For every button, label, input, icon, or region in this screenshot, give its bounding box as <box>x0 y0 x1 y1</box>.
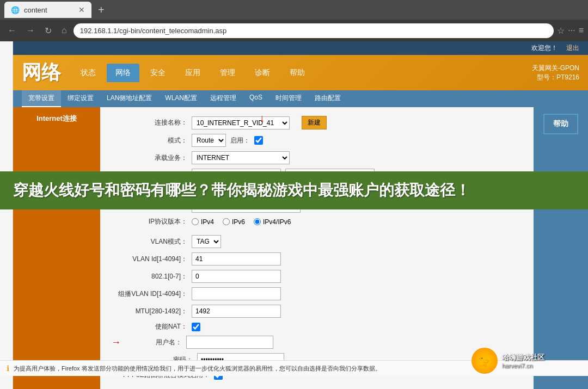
mode-select[interactable]: Route <box>192 134 226 147</box>
overlay-banner-text: 穿越火线好号和密码有哪些？带你揭秘游戏中最强账户的获取途径！ <box>13 180 575 201</box>
nat-label: 使能NAT： <box>111 322 187 331</box>
router-top-bar: 欢迎您！ 退出 <box>13 41 588 55</box>
left-panel: Internet连接 <box>13 107 100 389</box>
mode-row: 模式： Route 启用： <box>111 134 523 147</box>
arrow-annotation-2: → <box>111 337 121 348</box>
firefox-info-icon: ℹ <box>7 364 9 373</box>
model-label: 型号：PT9216 <box>532 73 579 82</box>
watermark: 🐤 哈嗨游戏社区 harvevi7.cn <box>471 348 544 374</box>
firefox-bar-text: 为提高用户体验，Firefox 将发送部分功能的使用情况给我们，用于进一步优化火… <box>14 365 381 373</box>
mode-label: 模式： <box>111 136 187 145</box>
watermark-url: harvevi7.cn <box>502 362 544 369</box>
vlan-mode-row: VLAN模式： TAG <box>111 235 523 248</box>
new-tab-button[interactable]: + <box>94 2 109 18</box>
right-panel: 帮助 <box>534 107 588 389</box>
welcome-text: 欢迎您！ <box>531 44 558 53</box>
main-content: 欢迎您！ 退出 网络 状态 网络 安全 应用 管理 诊断 帮助 天翼网关-GPO… <box>0 41 588 389</box>
vlan-id-row: VLAN Id[1-4094]： <box>111 252 523 265</box>
enable-label: 启用： <box>230 136 250 145</box>
sub-nav-broadband[interactable]: 宽带设置 <box>22 90 61 107</box>
connection-name-label: 连接名称： <box>111 118 187 127</box>
router-ui: 欢迎您！ 退出 网络 状态 网络 安全 应用 管理 诊断 帮助 天翼网关-GPO… <box>13 41 588 389</box>
multicast-vlan-row: 组播VLAN ID[1-4094]： <box>111 287 523 300</box>
enable-checkbox[interactable] <box>254 136 263 145</box>
sub-nav-qos[interactable]: QoS <box>243 90 269 107</box>
sub-nav: 宽带设置 绑定设置 LAN侧地址配置 WLAN配置 远程管理 QoS 时间管理 … <box>13 90 588 107</box>
home-button[interactable]: ⌂ <box>58 23 70 38</box>
browser-sidebar <box>0 41 13 389</box>
nav-manage[interactable]: 管理 <box>211 64 244 82</box>
router-header: 欢迎您！ 退出 网络 状态 网络 安全 应用 管理 诊断 帮助 天翼网关-GPO… <box>13 41 588 107</box>
connection-name-dropdown-row: 10_INTERNET_R_VID_41 ↓ <box>192 116 297 129</box>
router-info: 天翼网关-GPON 型号：PT9216 <box>532 64 579 82</box>
s802-input[interactable] <box>192 270 281 283</box>
ipv4-label: IPv4 <box>201 218 214 226</box>
vlan-id-label: VLAN Id[1-4094]： <box>111 255 187 264</box>
sidebar-toggle-icon[interactable]: ≡ <box>579 26 584 35</box>
nat-checkbox[interactable] <box>192 323 200 331</box>
sub-nav-time[interactable]: 时间管理 <box>269 90 308 107</box>
nav-help[interactable]: 帮助 <box>281 64 314 82</box>
mtu-input[interactable] <box>192 305 281 318</box>
bearer-label: 承载业务： <box>111 153 187 163</box>
username-input[interactable] <box>186 336 273 349</box>
connection-name-select[interactable]: 10_INTERNET_R_VID_41 <box>192 116 290 129</box>
multicast-vlan-label: 组播VLAN ID[1-4094]： <box>111 289 187 299</box>
bearer-select[interactable]: INTERNET <box>192 151 290 164</box>
connection-name-row: 连接名称： 10_INTERNET_R_VID_41 ↓ 新建 <box>111 116 523 129</box>
arrow-annotation-1: ↓ <box>259 112 265 125</box>
nav-diagnose[interactable]: 诊断 <box>246 64 279 82</box>
ipv6-option[interactable]: IPv6 <box>223 218 245 226</box>
sub-nav-remote[interactable]: 远程管理 <box>204 90 243 107</box>
nav-app[interactable]: 应用 <box>176 64 209 82</box>
tab-close-button[interactable]: ✕ <box>78 5 85 14</box>
tab-title: content <box>24 6 47 14</box>
vlan-id-input[interactable] <box>192 252 281 265</box>
ipv6-radio[interactable] <box>223 218 230 225</box>
ipv4v6-radio[interactable] <box>254 218 261 225</box>
ip-protocol-row: IP协议版本： IPv4 IPv6 IPv4/IPv6 <box>111 217 523 226</box>
new-button[interactable]: 新建 <box>302 116 327 129</box>
router-nav: 状态 网络 安全 应用 管理 诊断 帮助 <box>72 64 314 82</box>
mtu-row: MTU[280-1492]： <box>111 305 523 318</box>
vlan-mode-select[interactable]: TAG <box>192 235 221 248</box>
mtu-label: MTU[280-1492]： <box>111 307 187 316</box>
nat-row: 使能NAT： <box>111 322 523 331</box>
sub-nav-binding[interactable]: 绑定设置 <box>61 90 100 107</box>
more-options-icon[interactable]: ··· <box>568 26 575 35</box>
router-brand-title: 网络 <box>22 59 61 86</box>
username-label: 用户名： <box>127 338 182 347</box>
multicast-vlan-input[interactable] <box>192 287 281 300</box>
ipv4v6-option[interactable]: IPv4/IPv6 <box>254 218 291 226</box>
active-tab[interactable]: 🌐 content ✕ <box>4 2 91 18</box>
ipv4-option[interactable]: IPv4 <box>192 218 214 226</box>
help-box[interactable]: 帮助 <box>543 114 578 134</box>
logout-button[interactable]: 退出 <box>566 44 579 53</box>
sub-nav-lan[interactable]: LAN侧地址配置 <box>100 90 158 107</box>
form-area: 连接名称： 10_INTERNET_R_VID_41 ↓ 新建 模式： Rout… <box>100 107 534 389</box>
s802-row: 802.1[0-7]： <box>111 270 523 283</box>
back-button[interactable]: ← <box>4 23 20 38</box>
content-area: Internet连接 连接名称： 10_INTERNET_R_VID_41 ↓ … <box>13 107 588 389</box>
url-input[interactable] <box>74 23 554 38</box>
s802-label: 802.1[0-7]： <box>111 272 187 281</box>
left-panel-label: Internet连接 <box>36 114 77 124</box>
overlay-banner: 穿越火线好号和密码有哪些？带你揭秘游戏中最强账户的获取途径！ <box>0 171 588 209</box>
ipv6-label: IPv6 <box>232 218 245 226</box>
bookmark-icon[interactable]: ☆ <box>557 26 565 36</box>
router-brand-row: 网络 状态 网络 安全 应用 管理 诊断 帮助 天翼网关-GPON 型号：PT9… <box>13 55 588 90</box>
nav-status[interactable]: 状态 <box>72 64 105 82</box>
ip-protocol-radio-group: IPv4 IPv6 IPv4/IPv6 <box>192 218 291 226</box>
tab-favicon: 🌐 <box>11 6 20 14</box>
ipv4v6-label: IPv4/IPv6 <box>263 218 291 226</box>
watermark-text: 哈嗨游戏社区 harvevi7.cn <box>502 353 544 369</box>
forward-button[interactable]: → <box>23 23 38 38</box>
sub-nav-route[interactable]: 路由配置 <box>308 90 347 107</box>
ipv4-radio[interactable] <box>192 218 199 225</box>
browser-chrome: 🌐 content ✕ + ← → ↻ ⌂ ☆ ··· ≡ <box>0 0 588 41</box>
nav-network[interactable]: 网络 <box>107 64 139 82</box>
sub-nav-wlan[interactable]: WLAN配置 <box>158 90 204 107</box>
refresh-button[interactable]: ↻ <box>41 23 55 38</box>
nav-security[interactable]: 安全 <box>142 64 174 82</box>
bearer-row: 承载业务： INTERNET <box>111 151 523 164</box>
